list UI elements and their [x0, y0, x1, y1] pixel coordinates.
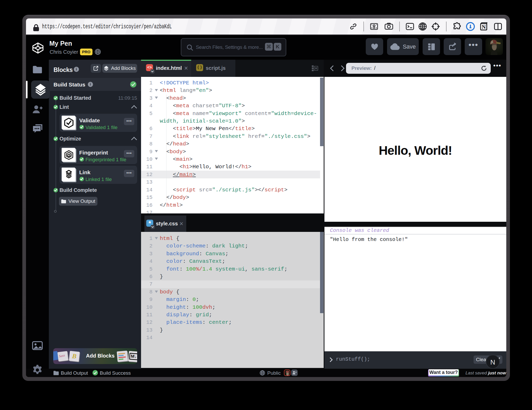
svg-text:N: N	[482, 24, 486, 30]
